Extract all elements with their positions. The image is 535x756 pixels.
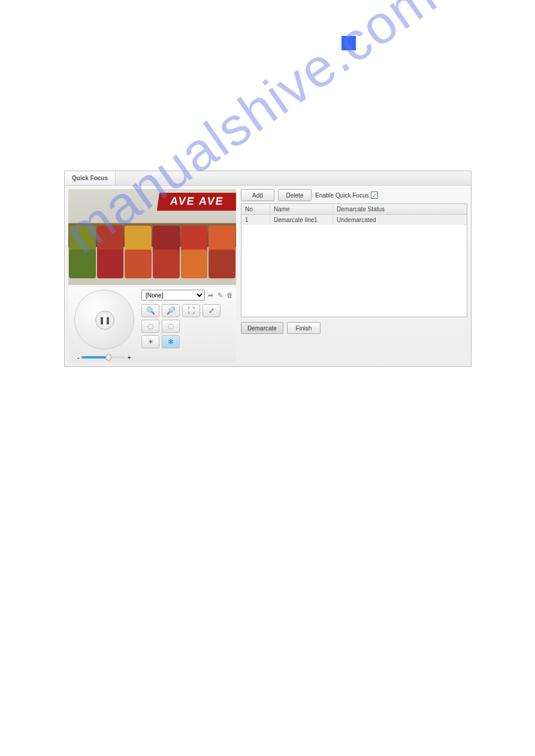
focus-far-button[interactable]: ◌ [162, 320, 180, 333]
header-status: Demarcate Status [333, 204, 467, 214]
finish-button[interactable]: Finish [287, 322, 321, 334]
edit-preset-icon[interactable]: ✎ [216, 291, 224, 299]
panel-content: AVE AVE [65, 186, 471, 366]
zoom-in-button[interactable]: 🔍 [141, 304, 159, 317]
focus-near-icon: ◌ [147, 322, 153, 330]
light-button[interactable]: ☀ [141, 335, 159, 348]
region-zoom-button[interactable]: ⛶ [182, 304, 200, 317]
add-button[interactable]: Add [241, 189, 274, 201]
header-name: Name [270, 204, 333, 214]
region-zoom-icon: ⛶ [188, 306, 195, 315]
toolbar-row: Add Delete Enable Quick Focus ✓ [241, 189, 467, 201]
ptz-down-right-button[interactable] [116, 331, 126, 341]
delete-button[interactable]: Delete [278, 189, 312, 201]
focus-near-button[interactable]: ◌ [141, 320, 159, 333]
preset-row: [None] ➦ ✎ 🗑 [141, 290, 234, 300]
tab-bar: Quick Focus [65, 171, 471, 186]
zoom-in-icon: 🔍 [146, 306, 155, 315]
right-column: Add Delete Enable Quick Focus ✓ No Name … [241, 189, 467, 363]
ptz-down-left-button[interactable] [83, 331, 93, 341]
ptz-left-button[interactable] [78, 317, 86, 324]
video-sign-text: AVE AVE [170, 195, 225, 208]
ptz-up-right-button[interactable] [116, 299, 126, 309]
ptz-up-left-button[interactable] [83, 299, 93, 309]
left-column: AVE AVE [68, 189, 236, 363]
delete-preset-icon[interactable]: 🗑 [225, 291, 234, 299]
ptz-right-button[interactable] [123, 317, 130, 324]
goto-preset-icon[interactable]: ➦ [206, 291, 214, 299]
video-preview[interactable]: AVE AVE [68, 189, 236, 285]
cell-name: Demarcate line1 [270, 215, 333, 225]
video-shelf [68, 249, 236, 279]
ptz-pause-button[interactable]: ❚❚ [95, 311, 114, 330]
slider-minus-label: - [77, 354, 80, 361]
ptz-speed-slider[interactable]: - + [77, 354, 131, 360]
ptz-right-column: [None] ➦ ✎ 🗑 🔍 🔎 ⛶ ⤢ [141, 290, 234, 360]
fullscreen-icon: ⤢ [208, 306, 214, 315]
pause-icon: ❚❚ [99, 316, 111, 324]
ptz-button-grid: 🔍 🔎 ⛶ ⤢ ◌ ◌ ☀ ❄ [141, 304, 234, 348]
table-header: No Name Demarcate Status [241, 204, 467, 215]
enable-quick-focus-checkbox[interactable]: ✓ [371, 192, 378, 199]
decorative-square [341, 36, 356, 50]
dpad-container: ❚❚ - + [71, 290, 138, 360]
zoom-out-button[interactable]: 🔎 [162, 304, 180, 317]
enable-quick-focus-label[interactable]: Enable Quick Focus ✓ [315, 192, 378, 199]
wiper-button[interactable]: ❄ [162, 335, 180, 348]
demarcate-button[interactable]: Demarcate [241, 322, 283, 334]
header-no: No [241, 204, 270, 214]
ptz-dpad: ❚❚ [74, 290, 134, 350]
zoom-out-icon: 🔎 [167, 306, 176, 315]
tab-quick-focus[interactable]: Quick Focus [65, 171, 116, 185]
light-icon: ☀ [147, 338, 154, 346]
quick-focus-panel: Quick Focus AVE AVE [64, 171, 471, 367]
demarcate-table: No Name Demarcate Status 1 Demarcate lin… [241, 204, 467, 317]
fullscreen-button[interactable]: ⤢ [202, 304, 220, 317]
slider-plus-label: + [128, 354, 131, 361]
ptz-up-button[interactable] [101, 294, 108, 301]
cell-no: 1 [241, 215, 270, 225]
table-row[interactable]: 1 Demarcate line1 Undemarcated [241, 215, 467, 225]
cell-status: Undemarcated [333, 215, 467, 225]
slider-track[interactable] [81, 356, 126, 359]
enable-label-text: Enable Quick Focus [315, 192, 369, 199]
ptz-controls: ❚❚ - + [None] [68, 287, 236, 363]
wiper-icon: ❄ [168, 338, 174, 346]
preset-select[interactable]: [None] [141, 290, 205, 300]
focus-far-icon: ◌ [168, 322, 174, 330]
video-sign: AVE AVE [157, 193, 236, 211]
slider-thumb[interactable] [105, 354, 111, 361]
action-row: Demarcate Finish [241, 322, 467, 334]
ptz-down-button[interactable] [101, 338, 108, 345]
